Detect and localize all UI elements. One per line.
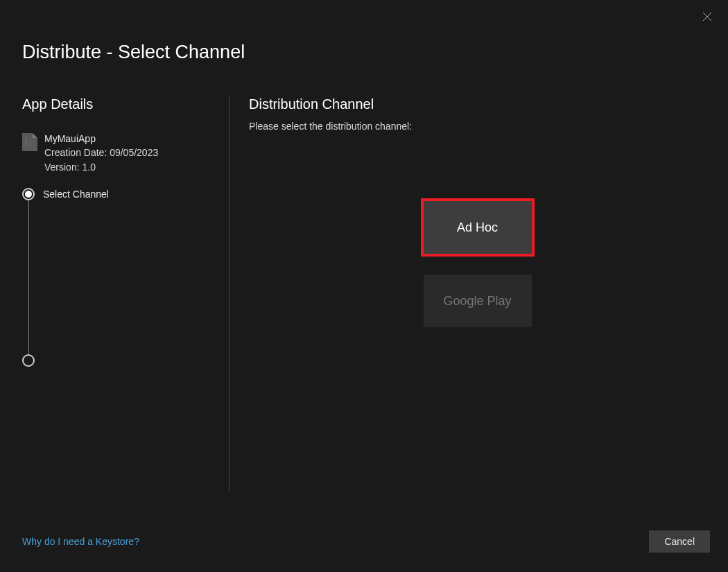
distribution-channel-subtext: Please select the distribution channel: (249, 121, 706, 132)
step-next-placeholder (22, 354, 35, 367)
package-file-icon (22, 133, 37, 151)
app-version: Version: 1.0 (44, 160, 158, 174)
app-info: MyMauiApp Creation Date: 09/05/2023 Vers… (22, 132, 215, 174)
step-bullet-active-icon (22, 188, 35, 200)
left-panel: App Details MyMauiApp Creation Date: 09/… (22, 96, 229, 492)
keystore-help-link[interactable]: Why do I need a Keystore? (22, 536, 139, 547)
step-list: Select Channel (22, 188, 215, 200)
cancel-button[interactable]: Cancel (649, 530, 710, 553)
step-label: Select Channel (43, 189, 109, 200)
google-play-button[interactable]: Google Play (424, 275, 532, 327)
close-icon (702, 12, 712, 21)
page-title: Distribute - Select Channel (0, 0, 728, 63)
ad-hoc-button[interactable]: Ad Hoc (424, 201, 532, 254)
app-details-heading: App Details (22, 96, 215, 112)
app-name: MyMauiApp (44, 132, 158, 146)
channel-button-group: Ad Hoc Google Play (249, 201, 706, 327)
right-panel: Distribution Channel Please select the d… (249, 96, 706, 492)
distribution-channel-heading: Distribution Channel (249, 96, 706, 112)
step-bullet-inactive-icon (22, 354, 35, 367)
content-area: App Details MyMauiApp Creation Date: 09/… (0, 96, 728, 492)
step-select-channel: Select Channel (22, 188, 215, 200)
close-button[interactable] (699, 8, 716, 25)
step-connector-line (28, 200, 29, 360)
app-details-text: MyMauiApp Creation Date: 09/05/2023 Vers… (44, 132, 158, 174)
app-creation-date: Creation Date: 09/05/2023 (44, 146, 158, 159)
panel-divider (229, 96, 229, 492)
footer: Why do I need a Keystore? Cancel (0, 517, 728, 572)
